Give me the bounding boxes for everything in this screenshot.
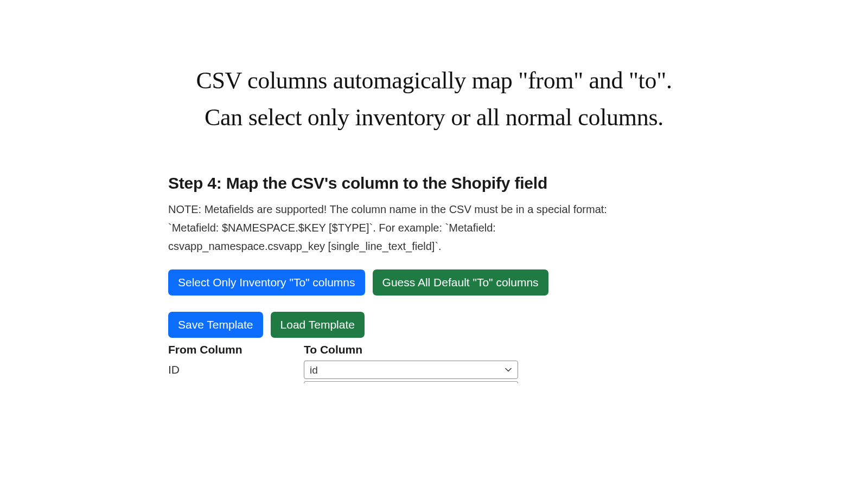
step-panel: Step 4: Map the CSV's column to the Shop… xyxy=(168,174,700,383)
caption-text: CSV columns automagically map "from" and… xyxy=(0,62,868,136)
to-column-select[interactable]: id xyxy=(304,361,518,379)
caption-line-1: CSV columns automagically map "from" and… xyxy=(0,62,868,99)
guess-all-default-button[interactable]: Guess All Default "To" columns xyxy=(373,269,548,296)
caption-line-2: Can select only inventory or all normal … xyxy=(0,99,868,136)
save-template-button[interactable]: Save Template xyxy=(168,312,263,338)
to-column-select-wrap: id xyxy=(304,361,518,379)
preset-button-row: Select Only Inventory "To" columns Guess… xyxy=(168,269,700,296)
select-only-inventory-button[interactable]: Select Only Inventory "To" columns xyxy=(168,269,365,296)
template-button-row: Save Template Load Template xyxy=(168,312,700,338)
table-row: ID id xyxy=(168,361,700,379)
step-note: NOTE: Metafields are supported! The colu… xyxy=(168,200,629,255)
next-row-partial xyxy=(304,381,518,383)
load-template-button[interactable]: Load Template xyxy=(271,312,365,338)
from-column-header: From Column xyxy=(168,343,304,356)
mapping-table-header: From Column To Column xyxy=(168,343,700,356)
to-column-header: To Column xyxy=(304,343,362,356)
step-heading: Step 4: Map the CSV's column to the Shop… xyxy=(168,174,700,192)
from-column-value: ID xyxy=(168,363,304,376)
